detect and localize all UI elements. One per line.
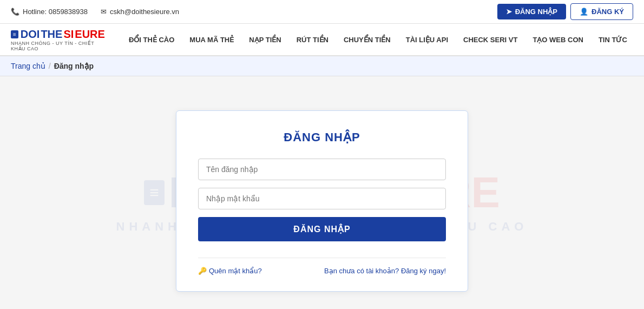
forgot-password-link[interactable]: 🔑 Quên mật khẩu? [198,267,262,275]
breadcrumb-separator: / [49,62,51,70]
main-content: ≡ DOI THE SI EURE NHANH CHÓNG · UY TÍN ·… [0,76,644,309]
nav-chuyen-tien[interactable]: CHUYỂN TIỀN [336,36,398,44]
nav-mua-ma-the[interactable]: MUA MÃ THẺ [182,36,241,44]
nav-rut-tien[interactable]: RÚT TIỀN [289,36,336,44]
nav-tai-lieu-api[interactable]: TÀI LIỆU API [398,36,456,44]
key-icon: 🔑 [198,267,207,275]
password-input[interactable] [198,188,446,209]
logo-eure: EURE [75,28,105,41]
breadcrumb-home[interactable]: Trang chủ [11,62,45,70]
login-links: 🔑 Quên mật khẩu? Bạn chưa có tài khoản? … [198,258,446,275]
logo-si: SI [63,28,74,41]
logo-icon: ≡ [11,30,18,38]
logo-doi: DOI [21,28,40,41]
logo[interactable]: ≡ DOI THE SI EURE NHANH CHÓNG - UY TÍN -… [11,28,105,51]
login-submit-button[interactable]: ĐĂNG NHẬP [198,217,446,241]
email-item: ✉ cskh@doithesieure.vn [101,8,179,16]
username-input[interactable] [198,159,446,180]
breadcrumb-current: Đăng nhập [54,62,94,70]
login-box: ĐĂNG NHẬP ĐĂNG NHẬP 🔑 Quên mật khẩu? Bạn… [176,110,468,292]
login-arrow-icon: ➤ [506,8,512,16]
nav-nap-tien[interactable]: NẠP TIỀN [241,36,288,44]
logo-main: ≡ DOI THE SI EURE [11,28,105,41]
logo-the: THE [41,28,62,41]
nav-tin-tuc[interactable]: TIN TỨC [591,36,635,44]
email-icon: ✉ [101,8,107,16]
breadcrumb: Trang chủ / Đăng nhập [0,56,644,76]
top-bar-left: 📞 Hotline: 0859838938 ✉ cskh@doithesieur… [11,8,179,16]
hotline-text: Hotline: 0859838938 [23,8,88,16]
watermark-icon: ≡ [144,180,165,205]
nav-tao-web-con[interactable]: TẠO WEB CON [525,36,591,44]
hotline-item: 📞 Hotline: 0859838938 [11,8,88,16]
login-title: ĐĂNG NHẬP [198,130,446,144]
register-link[interactable]: Bạn chưa có tài khoản? Đăng ký ngay! [324,267,446,275]
email-text: cskh@doithesieure.vn [110,8,179,16]
logo-sub: NHANH CHÓNG - UY TÍN - CHIẾT KHẤU CAO [11,41,105,51]
login-button[interactable]: ➤ ĐĂNG NHẬP [497,4,566,19]
nav-bar: ≡ DOI THE SI EURE NHANH CHÓNG - UY TÍN -… [0,24,644,56]
nav-doi-the-cao[interactable]: ĐỔI THẺ CÀO [121,36,182,44]
top-bar-right: ➤ ĐĂNG NHẬP 👤 ĐĂNG KÝ [497,3,633,20]
register-button[interactable]: 👤 ĐĂNG KÝ [570,3,633,20]
register-user-icon: 👤 [580,8,588,16]
top-bar: 📞 Hotline: 0859838938 ✉ cskh@doithesieur… [0,0,644,24]
phone-icon: 📞 [11,8,19,16]
nav-links: ĐỔI THẺ CÀO MUA MÃ THẺ NẠP TIỀN RÚT TIỀN… [121,36,635,44]
nav-check-seri-vt[interactable]: CHECK SERI VT [456,36,525,44]
